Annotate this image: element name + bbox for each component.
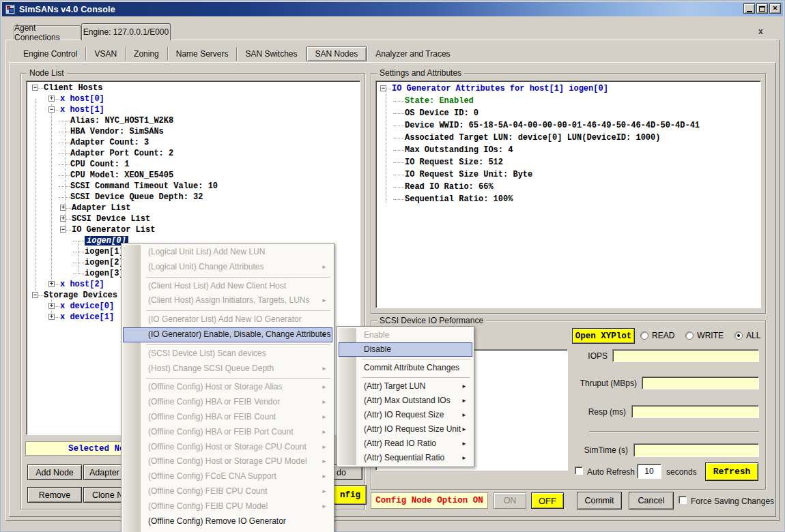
tree-node[interactable]: SCSI Command Timeout Value: 10 xyxy=(27,181,360,192)
tree-node[interactable]: +SCSI Device List xyxy=(27,213,360,224)
tree-node[interactable]: IO Request Size Unit: Byte xyxy=(376,168,760,181)
tab-zoning[interactable]: Zoning xyxy=(126,47,167,61)
tab-vsan[interactable]: VSAN xyxy=(86,47,125,61)
submenu-item[interactable]: (Attr) Target LUN► xyxy=(339,379,472,394)
commit-button[interactable]: Commit xyxy=(577,492,622,509)
submenu-arrow-icon: ► xyxy=(322,380,327,395)
radio-all[interactable]: ALL xyxy=(734,331,760,340)
menu-separator xyxy=(146,344,330,345)
close-button[interactable]: ✕ xyxy=(769,3,781,14)
tab-analyzer-traces[interactable]: Analyzer and Traces xyxy=(367,47,458,61)
tree-node[interactable]: Max Outstanding IOs: 4 xyxy=(376,144,760,156)
cancel-button[interactable]: Cancel xyxy=(629,492,674,509)
simtime-field[interactable] xyxy=(633,443,759,457)
menu-item-label: (Client Host List) Add New Client Host xyxy=(148,281,286,291)
iops-field[interactable] xyxy=(612,349,759,362)
tab-name-servers[interactable]: Name Servers xyxy=(168,47,237,61)
tree-node[interactable]: −x host[1] xyxy=(27,104,360,115)
resp-field[interactable] xyxy=(631,405,759,418)
tree-node[interactable]: CPU Model: XEON_E5405 xyxy=(27,170,360,181)
expand-icon[interactable]: + xyxy=(48,314,55,320)
expand-icon[interactable]: + xyxy=(48,95,55,102)
tree-node[interactable]: −IO Generator Attributes for host[1] iog… xyxy=(376,83,760,95)
context-menu-item[interactable]: (Offline Config) Remove IO Generator xyxy=(123,514,332,529)
off-button[interactable]: OFF xyxy=(531,492,564,509)
open-xyplot-button[interactable]: Open XYPlot xyxy=(572,328,635,344)
tree-node[interactable]: IO Request Size: 512 xyxy=(376,156,760,168)
force-saving-checkbox[interactable] xyxy=(679,496,687,504)
menu-separator xyxy=(146,310,330,311)
collapse-icon[interactable]: − xyxy=(32,292,38,298)
seconds-label: seconds xyxy=(666,467,697,477)
menu-item-label: (Logical Unit List) Add New LUN xyxy=(148,247,265,256)
refresh-interval-input[interactable] xyxy=(637,464,661,479)
thruput-label: Thruput (MBps) xyxy=(560,379,637,388)
submenu-item[interactable]: (Attr) IO Request Size► xyxy=(339,408,472,422)
collapse-icon[interactable]: − xyxy=(32,85,38,91)
submenu-item[interactable]: Disable xyxy=(339,342,472,357)
submenu-arrow-icon: ► xyxy=(322,484,327,499)
expand-icon[interactable]: + xyxy=(48,303,55,309)
tab-san-switches[interactable]: SAN Switches xyxy=(237,47,305,61)
context-menu-item: (Host) Change SCSI Queue Depth► xyxy=(123,361,332,376)
tree-node[interactable]: +Adapter List xyxy=(27,203,360,213)
settings-tree: −IO Generator Attributes for host[1] iog… xyxy=(375,80,761,308)
tree-node-label: Read IO Ratio: 66% xyxy=(405,182,494,192)
tab-engine[interactable]: Engine: 127.0.0.1/E000 xyxy=(81,23,171,40)
submenu-arrow-icon: ► xyxy=(322,410,327,425)
tree-node[interactable]: Device WWID: 65-18-5A-04-00-00-00-01-46-… xyxy=(376,119,760,132)
tree-node[interactable]: Adapter Count: 3 xyxy=(27,137,360,148)
menu-separator xyxy=(362,377,470,378)
collapse-icon[interactable]: − xyxy=(60,226,66,233)
remove-button[interactable]: Remove xyxy=(27,487,82,503)
tab-engine-control[interactable]: Engine Control xyxy=(15,47,85,61)
tree-node[interactable]: Alias: NYC_HOST1_W2K8 xyxy=(27,115,360,126)
tree-node[interactable]: Associated Target LUN: device[0] LUN(Dev… xyxy=(376,132,760,144)
thruput-field[interactable] xyxy=(642,376,759,389)
menu-separator xyxy=(362,359,470,359)
tree-node-label: Client Hosts xyxy=(44,83,102,93)
submenu-item[interactable]: (Attr) Read IO Ratio► xyxy=(339,437,472,451)
submenu-item[interactable]: (Attr) Max Outstand IOs► xyxy=(339,394,472,408)
submenu-item[interactable]: (Attr) Sequential Ratio► xyxy=(339,451,472,465)
tree-node[interactable]: OS Device ID: 0 xyxy=(376,107,760,119)
submenu-item[interactable]: Commit Attribute Changes xyxy=(339,361,472,375)
tab-agent-connections[interactable]: Agent Connections xyxy=(14,25,81,40)
close-icon: ✕ xyxy=(773,5,778,12)
tree-node[interactable]: +x host[0] xyxy=(27,93,360,104)
add-node-button[interactable]: Add Node xyxy=(27,464,82,480)
tree-node[interactable]: −Client Hosts xyxy=(27,83,360,93)
submenu-item[interactable]: (Attr) IO Request Size Unit► xyxy=(339,422,472,437)
tree-connector xyxy=(393,125,404,126)
tree-node-label: Associated Target LUN: device[0] LUN(Dev… xyxy=(405,133,660,143)
submenu-arrow-icon: ► xyxy=(322,440,327,455)
context-menu-item[interactable]: (Offline Config) xyxy=(123,529,332,532)
maximize-button[interactable] xyxy=(756,3,768,14)
auto-refresh-checkbox[interactable] xyxy=(575,467,583,475)
tree-node[interactable]: Sequential Ratio: 100% xyxy=(376,193,760,205)
tab-close-icon[interactable]: x xyxy=(758,27,763,36)
collapse-icon[interactable]: − xyxy=(380,85,386,91)
context-menu-item[interactable]: (IO Generator) Enable, Disable, Change A… xyxy=(123,327,332,342)
expand-icon[interactable]: + xyxy=(60,216,66,222)
radio-write[interactable]: WRITE xyxy=(685,331,724,340)
tree-node[interactable]: SCSI Device Queue Depth: 32 xyxy=(27,192,360,203)
menu-item-label: (Client Host) Assign Initiators, Targets… xyxy=(148,295,310,305)
submenu-arrow-icon: ► xyxy=(461,451,467,465)
tree-node[interactable]: CPU Count: 1 xyxy=(27,159,360,170)
minimize-button[interactable] xyxy=(743,3,755,14)
collapse-icon[interactable]: − xyxy=(48,106,55,113)
menu-item-label: (Offline Config) FEIB CPU Model xyxy=(148,501,268,511)
expand-icon[interactable]: + xyxy=(48,281,55,287)
tree-node[interactable]: Read IO Ratio: 66% xyxy=(376,181,760,193)
tree-node[interactable]: State: Enabled xyxy=(376,95,760,107)
tab-san-nodes[interactable]: SAN Nodes xyxy=(306,46,367,61)
tree-node[interactable]: Adapter Port Count: 2 xyxy=(27,148,360,159)
menu-item-label: (Offline Config) Host or Storage CPU Mod… xyxy=(148,456,307,466)
refresh-button[interactable]: Refresh xyxy=(705,462,758,481)
tree-node[interactable]: HBA Vendor: SimSANs xyxy=(27,126,360,137)
submenu-arrow-icon: ► xyxy=(461,422,467,437)
tree-node[interactable]: −IO Generator List xyxy=(27,224,360,235)
radio-read[interactable]: READ xyxy=(640,331,674,340)
expand-icon[interactable]: + xyxy=(60,205,66,211)
